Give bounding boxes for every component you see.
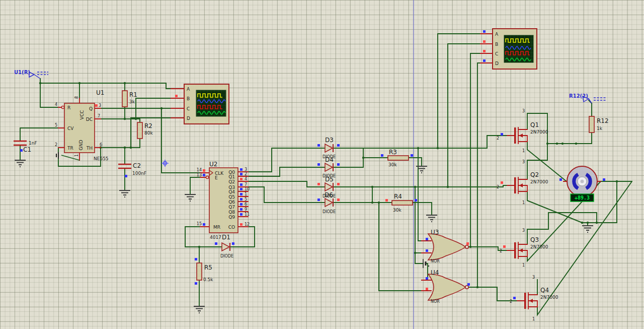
mosfet-q1[interactable]: Q1 2N7000 3 2 1 xyxy=(497,109,548,153)
resistor-r12[interactable]: R12 1k xyxy=(589,116,609,133)
oscilloscope-2[interactable]: A B C D xyxy=(480,29,537,69)
probe-r12[interactable]: R12(2) xyxy=(569,93,606,103)
svg-text:Q: Q xyxy=(89,106,93,111)
gate-u3-nor[interactable]: U3 NOR xyxy=(422,229,469,264)
svg-text:1: 1 xyxy=(74,154,79,157)
svg-text:B: B xyxy=(187,96,190,101)
svg-text:5: 5 xyxy=(245,197,247,202)
svg-text:Q6: Q6 xyxy=(228,200,235,205)
capacitor-c2[interactable]: C2 100nF xyxy=(118,162,146,177)
svg-text:3k: 3k xyxy=(129,99,135,104)
svg-text:R2: R2 xyxy=(144,122,152,129)
ref-label: U1 xyxy=(96,89,104,96)
resistor-r1[interactable]: R1 3k xyxy=(122,91,137,107)
svg-text:4: 4 xyxy=(245,177,247,181)
svg-text:2: 2 xyxy=(497,136,499,141)
svg-text:2: 2 xyxy=(500,249,502,253)
svg-text:12: 12 xyxy=(245,222,250,227)
resistor-r5[interactable]: R5 0.5k xyxy=(195,258,213,285)
logic-state-square xyxy=(95,104,98,107)
svg-text:DC: DC xyxy=(86,117,93,122)
schematic-canvas: U1(R) R12(2) U1 NE555 R CV TR Q DC TH VC… xyxy=(0,0,644,329)
svg-text:2N7000: 2N7000 xyxy=(530,129,548,135)
svg-text:5: 5 xyxy=(55,123,57,127)
svg-text:80k: 80k xyxy=(144,130,153,136)
svg-text:Q3: Q3 xyxy=(530,236,539,243)
probe-label: R12(2) xyxy=(569,93,588,99)
ic-u2-4017[interactable]: U2 4017 CLK E MR 14 13 15 Q0 Q1 Q2 Q3 Q4… xyxy=(197,161,250,240)
svg-text:U2: U2 xyxy=(209,161,217,168)
logic-state-square xyxy=(20,149,23,152)
svg-text:0.5k: 0.5k xyxy=(203,277,213,282)
svg-text:C: C xyxy=(495,51,498,56)
origin-marker-icon xyxy=(162,160,169,167)
svg-text:2: 2 xyxy=(510,299,512,304)
oscilloscope-1[interactable]: A B C D xyxy=(171,84,229,124)
svg-text:A: A xyxy=(495,32,499,37)
logic-state-square xyxy=(125,175,127,177)
svg-text:1k: 1k xyxy=(597,126,603,131)
mosfet-q2[interactable]: Q2 2N7000 3 2 1 xyxy=(497,160,548,205)
svg-text:9: 9 xyxy=(245,207,247,212)
mosfet-q4[interactable]: Q4 2N7000 3 2 1 xyxy=(510,275,558,321)
svg-text:D: D xyxy=(187,116,190,121)
svg-text:MR: MR xyxy=(213,225,220,230)
logic-state-square xyxy=(483,30,486,33)
svg-text:R: R xyxy=(67,105,70,110)
svg-text:E: E xyxy=(215,175,218,180)
svg-text:1: 1 xyxy=(532,317,535,321)
svg-text:Q4: Q4 xyxy=(540,287,549,294)
svg-text:4: 4 xyxy=(55,102,57,107)
svg-text:3: 3 xyxy=(522,228,525,233)
svg-text:D3: D3 xyxy=(325,137,334,144)
svg-text:U3: U3 xyxy=(431,229,439,236)
svg-text:NOR: NOR xyxy=(431,299,440,304)
logic-state-square xyxy=(483,40,486,43)
svg-text:Q9: Q9 xyxy=(228,215,235,220)
svg-text:DIODE: DIODE xyxy=(323,210,336,214)
svg-text:30k: 30k xyxy=(393,208,401,213)
svg-text:2: 2 xyxy=(245,172,247,176)
svg-text:3: 3 xyxy=(522,109,525,113)
mosfet-q3[interactable]: Q3 2N7000 3 2 1 xyxy=(500,228,548,268)
svg-text:14: 14 xyxy=(197,168,202,172)
svg-text:TR: TR xyxy=(67,146,73,151)
svg-text:D1: D1 xyxy=(222,234,230,241)
svg-text:B: B xyxy=(495,42,498,47)
svg-text:1: 1 xyxy=(522,201,525,205)
svg-text:DIODE: DIODE xyxy=(220,254,233,258)
svg-text:3: 3 xyxy=(532,275,535,280)
svg-text:4017: 4017 xyxy=(210,235,221,240)
logic-state-square xyxy=(483,50,486,52)
svg-text:15: 15 xyxy=(197,222,202,226)
svg-text:1: 1 xyxy=(522,149,525,153)
svg-text:VCC: VCC xyxy=(79,110,85,120)
gate-u4-nor[interactable]: U4 NOR xyxy=(422,269,470,304)
svg-text:2N7000: 2N7000 xyxy=(540,295,558,300)
svg-text:Q4: Q4 xyxy=(228,189,235,194)
svg-text:1nF: 1nF xyxy=(29,141,37,146)
svg-text:D4: D4 xyxy=(325,156,334,163)
capacitor-c1[interactable]: 1nF C1 xyxy=(14,141,37,153)
svg-text:7: 7 xyxy=(98,114,100,118)
svg-text:R12: R12 xyxy=(597,117,609,124)
svg-text:Q7: Q7 xyxy=(228,205,235,210)
svg-text:Q2: Q2 xyxy=(530,171,539,178)
svg-text:Q2: Q2 xyxy=(228,179,235,184)
svg-text:C: C xyxy=(187,106,190,111)
svg-text:R5: R5 xyxy=(204,264,212,271)
svg-text:D5: D5 xyxy=(325,176,334,183)
svg-text:CV: CV xyxy=(67,126,74,131)
svg-text:7: 7 xyxy=(245,182,247,187)
svg-text:3: 3 xyxy=(99,103,101,108)
resistor-r2[interactable]: R2 80k xyxy=(137,122,153,139)
svg-text:A: A xyxy=(187,87,190,92)
svg-text:Q1: Q1 xyxy=(530,121,539,128)
svg-text:D: D xyxy=(495,61,499,66)
svg-text:6: 6 xyxy=(245,202,247,207)
part-label: NE555 xyxy=(94,156,109,161)
svg-text:30k: 30k xyxy=(388,162,397,167)
svg-text:R3: R3 xyxy=(389,149,397,156)
svg-text:11: 11 xyxy=(245,212,250,217)
probe-u1r[interactable]: U1(R) xyxy=(14,70,48,79)
